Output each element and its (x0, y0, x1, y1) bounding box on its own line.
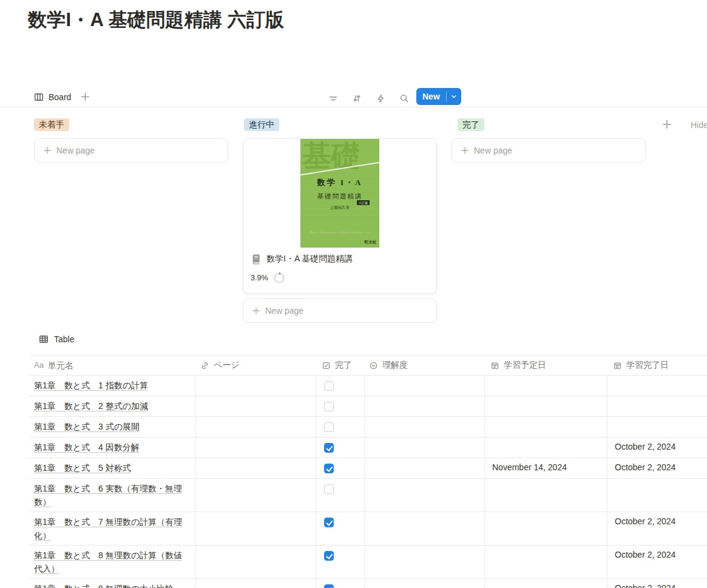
tab-table-label: Table (54, 334, 74, 344)
cell-done-date[interactable]: October 2, 2024 (607, 512, 707, 545)
cell-done-date[interactable]: October 2, 2024 (607, 438, 707, 458)
table-row: 第1章 数と式 4 因数分解 October 2, 2024 (29, 438, 707, 458)
cell-page[interactable] (195, 579, 316, 588)
done-checkbox[interactable] (324, 484, 334, 494)
cell-done[interactable] (316, 546, 364, 578)
book-icon (251, 254, 262, 265)
cell-plan-date[interactable] (484, 512, 607, 545)
column-header-done[interactable]: 完了 (316, 356, 364, 375)
new-page-button-done[interactable]: New page (452, 138, 646, 163)
cell-understanding[interactable] (364, 546, 484, 578)
status-badge-in-progress[interactable]: 進行中 (244, 118, 279, 131)
cell-done[interactable] (316, 396, 364, 416)
status-badge-not-started[interactable]: 未着手 (34, 118, 69, 131)
lightning-icon[interactable] (373, 90, 388, 106)
cell-page[interactable] (195, 417, 316, 437)
column-header-title[interactable]: Aa 単元名 (29, 356, 195, 375)
cell-done[interactable] (316, 376, 364, 396)
search-icon[interactable] (396, 90, 412, 106)
cell-done-date[interactable]: October 2, 2024 (607, 458, 707, 478)
cell-done-date[interactable] (607, 417, 707, 437)
row-title[interactable]: 第1章 数と式 8 無理数の計算（数値代入） (34, 550, 182, 573)
cell-plan-date[interactable] (484, 396, 607, 416)
done-checkbox[interactable] (324, 402, 334, 411)
column-header-plan-date[interactable]: 学習予定日 (484, 356, 607, 375)
cell-page[interactable] (195, 396, 316, 416)
new-page-button-not-started[interactable]: New page (34, 138, 228, 163)
row-title[interactable]: 第1章 数と式 5 対称式 (34, 463, 131, 473)
cell-understanding[interactable] (364, 438, 484, 458)
row-title[interactable]: 第1章 数と式 1 指数の計算 (34, 380, 148, 390)
cell-page[interactable] (195, 512, 316, 545)
done-checkbox[interactable] (324, 584, 334, 588)
row-title[interactable]: 第1章 数と式 7 無理数の計算（有理化） (34, 517, 182, 540)
cell-done-date[interactable] (607, 479, 707, 512)
new-page-button-in-progress[interactable]: New page (243, 299, 437, 323)
row-title[interactable]: 第1章 数と式 4 因数分解 (34, 442, 140, 452)
cell-done[interactable] (316, 458, 364, 478)
cell-understanding[interactable] (364, 512, 484, 545)
cell-done[interactable] (316, 438, 364, 458)
column-header-page[interactable]: ページ (195, 356, 316, 375)
cell-understanding[interactable] (364, 479, 484, 512)
hide-button[interactable]: Hide (691, 120, 707, 130)
sort-icon[interactable] (349, 90, 365, 106)
row-title[interactable]: 第1章 数と式 2 整式の加減 (34, 401, 148, 411)
cell-page[interactable] (195, 438, 316, 458)
cell-page[interactable] (195, 458, 316, 478)
cell-plan-date[interactable] (484, 546, 607, 578)
cell-understanding[interactable] (364, 376, 484, 396)
done-checkbox[interactable] (324, 464, 334, 473)
cell-done-date[interactable]: October 2, 2024 (607, 546, 707, 578)
add-view-button[interactable] (80, 92, 90, 102)
new-button[interactable]: New (416, 88, 461, 105)
progress-ring (274, 272, 285, 283)
table-row: 第1章 数と式 8 無理数の計算（数値代入） October 2, 2024 (29, 546, 707, 579)
status-badge-done[interactable]: 完了 (458, 118, 484, 131)
card-title[interactable]: 数学I・A 基礎問題精講 (266, 254, 353, 265)
cell-understanding[interactable] (364, 396, 484, 416)
tab-board[interactable]: Board (34, 89, 71, 106)
cell-done-date[interactable] (607, 376, 707, 396)
cell-done-date[interactable]: October 2, 2024 (607, 579, 707, 588)
row-title[interactable]: 第1章 数と式 9 無理数の大小比較 (34, 584, 174, 588)
cell-done[interactable] (316, 512, 364, 545)
cell-done[interactable] (316, 417, 364, 437)
chevron-down-icon[interactable] (447, 88, 461, 105)
done-checkbox[interactable] (324, 551, 334, 561)
view-tabs-row: Board New (0, 87, 707, 107)
cell-page[interactable] (195, 546, 316, 578)
done-checkbox[interactable] (324, 381, 334, 391)
new-button-label[interactable]: New (416, 88, 446, 105)
add-group-button[interactable] (661, 119, 672, 130)
table-row: 第1章 数と式 6 実数（有理数・無理数） (29, 479, 707, 512)
board-card[interactable]: 基礎 数学 I・A 基礎問題精講 六訂版 上園信武 著 Basic Exerci… (243, 138, 437, 294)
filter-icon[interactable] (325, 90, 341, 106)
cell-plan-date[interactable] (484, 579, 607, 588)
column-header-done-date[interactable]: 学習完了日 (607, 356, 707, 375)
new-page-label: New page (56, 146, 95, 155)
cell-plan-date[interactable] (484, 376, 607, 396)
column-header-understanding[interactable]: 理解度 (364, 356, 484, 375)
cell-done[interactable] (316, 579, 364, 588)
cell-understanding[interactable] (364, 579, 484, 588)
done-checkbox[interactable] (324, 443, 334, 453)
cell-plan-date[interactable]: November 14, 2024 (484, 458, 607, 478)
cell-plan-date[interactable] (484, 417, 607, 437)
row-title[interactable]: 第1章 数と式 3 式の展開 (34, 422, 140, 431)
done-checkbox[interactable] (324, 422, 334, 432)
cell-plan-date[interactable] (484, 438, 607, 458)
cell-done[interactable] (316, 479, 364, 512)
tab-table[interactable]: Table (39, 334, 74, 344)
table-header-row: Aa 単元名 ページ 完了 理解度 (29, 355, 707, 376)
notion-page: 数学I・A 基礎問題精講 六訂版 Board (0, 0, 707, 588)
cell-page[interactable] (195, 479, 316, 512)
cell-page[interactable] (195, 376, 316, 396)
cell-understanding[interactable] (364, 417, 484, 437)
done-checkbox[interactable] (324, 518, 334, 527)
cell-plan-date[interactable] (484, 479, 607, 512)
cell-understanding[interactable] (364, 458, 484, 478)
new-page-label: New page (265, 306, 303, 316)
row-title[interactable]: 第1章 数と式 6 実数（有理数・無理数） (34, 484, 182, 507)
cell-done-date[interactable] (607, 396, 707, 416)
